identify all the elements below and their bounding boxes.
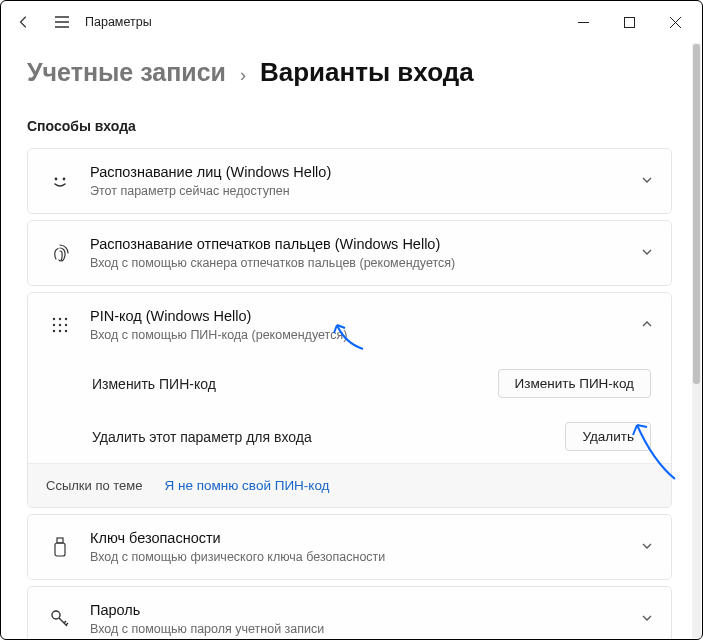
chevron-down-icon: [641, 538, 653, 556]
svg-point-8: [65, 324, 67, 326]
svg-rect-0: [624, 17, 634, 27]
face-icon: [42, 171, 78, 191]
option-title: Ключ безопасности: [90, 529, 641, 548]
chevron-down-icon: [641, 244, 653, 262]
signin-option-header[interactable]: Пароль Вход с помощью пароля учетной зап…: [28, 587, 671, 639]
chevron-up-icon: [641, 316, 653, 334]
svg-point-4: [59, 318, 61, 320]
option-title: Распознавание лиц (Windows Hello): [90, 163, 641, 182]
signin-option-security-key: Ключ безопасности Вход с помощью физичес…: [27, 514, 672, 580]
back-button[interactable]: [5, 1, 43, 43]
signin-option-header[interactable]: Ключ безопасности Вход с помощью физичес…: [28, 515, 671, 579]
svg-rect-13: [55, 543, 65, 556]
breadcrumb: Учетные записи › Варианты входа: [27, 57, 678, 88]
svg-point-10: [59, 330, 61, 332]
forgot-pin-link[interactable]: Я не помню свой ПИН-код: [164, 478, 329, 493]
svg-point-6: [53, 324, 55, 326]
arrow-left-icon: [17, 15, 31, 29]
usb-key-icon: [42, 537, 78, 557]
action-row-remove-pin: Удалить этот параметр для входа Удалить: [28, 410, 671, 463]
minimize-icon: [578, 17, 589, 28]
svg-point-2: [63, 178, 66, 181]
page-title: Варианты входа: [260, 57, 474, 88]
window-title: Параметры: [81, 15, 152, 29]
svg-point-1: [55, 178, 58, 181]
svg-rect-12: [57, 538, 63, 543]
svg-point-11: [65, 330, 67, 332]
close-button[interactable]: [652, 1, 698, 43]
option-subtitle: Вход с помощью пароля учетной записи: [90, 621, 641, 637]
chevron-down-icon: [641, 172, 653, 190]
option-subtitle: Вход с помощью физического ключа безопас…: [90, 549, 641, 565]
remove-pin-button[interactable]: Удалить: [565, 422, 651, 451]
maximize-button[interactable]: [606, 1, 652, 43]
svg-point-5: [65, 318, 67, 320]
signin-option-pin: PIN-код (Windows Hello) Вход с помощью П…: [27, 292, 672, 508]
svg-point-14: [52, 611, 60, 619]
action-label: Изменить ПИН-код: [92, 376, 216, 392]
signin-option-password: Пароль Вход с помощью пароля учетной зап…: [27, 586, 672, 639]
minimize-button[interactable]: [560, 1, 606, 43]
action-label: Удалить этот параметр для входа: [92, 429, 312, 445]
section-heading: Способы входа: [27, 118, 678, 134]
action-row-change-pin: Изменить ПИН-код Изменить ПИН-код: [28, 357, 671, 410]
svg-point-7: [59, 324, 61, 326]
option-subtitle: Вход с помощью ПИН-кода (рекомендуется): [90, 327, 641, 343]
option-title: PIN-код (Windows Hello): [90, 307, 641, 326]
option-title: Пароль: [90, 601, 641, 620]
related-label: Ссылки по теме: [46, 478, 142, 493]
fingerprint-icon: [42, 243, 78, 263]
chevron-down-icon: [641, 610, 653, 628]
breadcrumb-parent[interactable]: Учетные записи: [27, 58, 226, 87]
signin-option-fingerprint: Распознавание отпечатков пальцев (Window…: [27, 220, 672, 286]
change-pin-button[interactable]: Изменить ПИН-код: [498, 369, 651, 398]
option-title: Распознавание отпечатков пальцев (Window…: [90, 235, 641, 254]
signin-option-header[interactable]: PIN-код (Windows Hello) Вход с помощью П…: [28, 293, 671, 357]
signin-option-header[interactable]: Распознавание отпечатков пальцев (Window…: [28, 221, 671, 285]
signin-option-face: Распознавание лиц (Windows Hello) Этот п…: [27, 148, 672, 214]
option-subtitle: Этот параметр сейчас недоступен: [90, 183, 641, 199]
keypad-icon: [42, 316, 78, 334]
maximize-icon: [624, 17, 635, 28]
hamburger-icon: [54, 15, 70, 29]
svg-point-3: [53, 318, 55, 320]
menu-button[interactable]: [43, 1, 81, 43]
signin-option-header[interactable]: Распознавание лиц (Windows Hello) Этот п…: [28, 149, 671, 213]
scrollbar-thumb[interactable]: [693, 44, 700, 384]
close-icon: [670, 17, 681, 28]
related-links: Ссылки по теме Я не помню свой ПИН-код: [28, 463, 671, 507]
option-subtitle: Вход с помощью сканера отпечатков пальце…: [90, 255, 641, 271]
scrollbar[interactable]: [692, 43, 701, 638]
svg-point-9: [53, 330, 55, 332]
key-icon: [42, 609, 78, 629]
chevron-right-icon: ›: [240, 65, 246, 86]
